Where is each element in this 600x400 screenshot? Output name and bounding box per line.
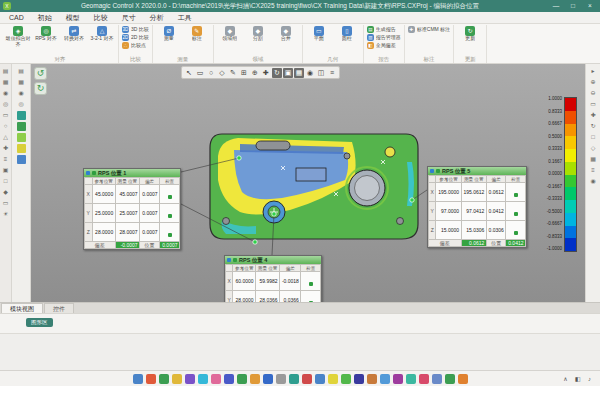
cmm-annotation-button[interactable]: ✚ 标准CMM 标注 [408,26,450,33]
update-button[interactable]: ↻ 更新 [457,26,483,42]
transform-align-button[interactable]: ⇄ 转换对齐 [61,26,87,42]
close-button[interactable]: × [583,1,597,11]
filter-icon[interactable]: ▦ [17,78,26,87]
compare-point-button[interactable]: ∴ 比较点 [122,42,146,49]
taskbar-app-icon[interactable] [445,374,455,384]
rps-align-button[interactable]: ◎ RPS 对齐 [33,26,59,42]
fit-view-icon[interactable]: ▭ [589,100,598,109]
rotate-view-icon[interactable]: ↻ [589,122,598,131]
front-view-icon[interactable]: □ [589,133,598,142]
grid-icon[interactable]: ▦ [589,155,598,164]
global-deviation-button[interactable]: ◧ 全局偏差 [367,42,396,49]
point-tool-icon[interactable]: ○ [1,122,10,131]
rps-callout-5[interactable]: RPS 位置 5 参考位置 测量 位置 偏差 检查 X [427,166,527,248]
circle-select-icon[interactable]: ○ [206,68,216,78]
settings-icon[interactable]: ◉ [589,177,598,186]
menu-analysis[interactable]: 分析 [143,12,171,23]
taskbar-app-icon[interactable] [458,374,468,384]
taskbar-app-icon[interactable] [367,374,377,384]
menu-compare[interactable]: 比较 [87,12,115,23]
shaded-view-icon[interactable]: ▣ [283,68,293,78]
taskbar-app-icon[interactable] [146,374,156,384]
menu-cad[interactable]: CAD [2,12,31,23]
cylinder-button[interactable]: ▯ 圆柱 [334,26,360,42]
taskbar-app-icon[interactable] [406,374,416,384]
select-arrow-icon[interactable]: ↖ [184,68,194,78]
list-tool-icon[interactable]: ≡ [1,155,10,164]
2d-compare-button[interactable]: 2D 2D 比较 [122,34,149,41]
menu-dimension[interactable]: 尺寸 [115,12,143,23]
light-tool-icon[interactable]: ☀ [1,210,10,219]
tree-icon[interactable]: ▤ [17,67,26,76]
legend-swatch-4[interactable] [17,144,26,153]
3d-compare-button[interactable]: 3D 3D 比较 [122,26,149,33]
minimize-button[interactable]: — [549,1,563,11]
zoom-out-icon[interactable]: ⊖ [589,89,598,98]
zoom-fit-icon[interactable]: ⊞ [239,68,249,78]
taskbar-app-icon[interactable] [302,374,312,384]
taskbar-app-icon[interactable] [354,374,364,384]
iso-view-icon[interactable]: ◇ [589,144,598,153]
taskbar-app-icon[interactable] [185,374,195,384]
split-region-button[interactable]: ◆ 分割 [245,26,271,42]
measure-button[interactable]: Ø 测量 [156,26,182,42]
taskbar-app-icon[interactable] [198,374,208,384]
part-heatmap[interactable] [204,128,424,245]
menu-initial[interactable]: 初始 [31,12,59,23]
pan-icon[interactable]: ✚ [261,68,271,78]
plane-button[interactable]: ▭ 平面 [306,26,332,42]
grid-tool-icon[interactable]: ▣ [1,166,10,175]
tray-volume-icon[interactable]: ♪ [585,375,594,384]
shade-icon[interactable]: ◎ [1,100,10,109]
section-view-icon[interactable]: ◫ [316,68,326,78]
best-fit-align-button[interactable]: ◈ 最佳拟合对齐 [5,26,31,47]
taskbar-app-icon[interactable] [224,374,234,384]
taskbar-app-icon[interactable] [159,374,169,384]
taskbar-app-icon[interactable] [263,374,273,384]
tab-module-view[interactable]: 模块视图 [1,303,43,313]
box-tool-icon[interactable]: □ [1,177,10,186]
taskbar-app-icon[interactable] [393,374,403,384]
tray-chevron-icon[interactable]: ∧ [561,375,570,384]
zoom-in-icon[interactable]: ⊕ [589,78,598,87]
merge-region-button[interactable]: ◆ 合并 [273,26,299,42]
create-report-button[interactable]: ▤ 生成报告 [367,26,396,33]
polygon-select-icon[interactable]: ◇ [217,68,227,78]
taskbar-app-icon[interactable] [315,374,325,384]
taskbar-app-icon[interactable] [250,374,260,384]
tab-controls[interactable]: 控件 [44,303,74,313]
rectangle-select-icon[interactable]: ▭ [195,68,205,78]
paint-select-icon[interactable]: ✎ [228,68,238,78]
tray-network-icon[interactable]: ◧ [573,375,582,384]
normals-view-icon[interactable]: ◉ [305,68,315,78]
taskbar-app-icon[interactable] [328,374,338,384]
model-tree-icon[interactable]: ▤ [1,67,10,76]
menu-tools[interactable]: 工具 [171,12,199,23]
annotate-button[interactable]: ✎ 标注 [184,26,210,42]
redo-view-button[interactable]: ↻ [34,82,47,95]
taskbar-app-icon[interactable] [237,374,247,384]
taskbar-app-icon[interactable] [419,374,429,384]
legend-swatch-5[interactable] [17,155,26,164]
report-manager-button[interactable]: ▥ 报告管理器 [367,34,401,41]
pan-view-icon[interactable]: ✚ [589,111,598,120]
list-icon[interactable]: ≡ [589,166,598,175]
rps-callout-4[interactable]: RPS 位置 4 参考位置 测量 位置 偏差 检查 X [224,255,322,302]
menu-model[interactable]: 模型 [59,12,87,23]
add-tool-icon[interactable]: ✚ [1,144,10,153]
display-icon[interactable]: ◉ [1,89,10,98]
rps-callout-1[interactable]: RPS 位置 1 参考位置 测量 位置 偏差 检查 X [83,168,181,250]
undo-view-button[interactable]: ↺ [34,67,47,80]
display-mode-icon[interactable]: ≡ [327,68,337,78]
diamond-tool-icon[interactable]: ◆ [1,188,10,197]
region-group-button[interactable]: ◆ 领域组 [217,26,243,42]
taskbar-app-icon[interactable] [380,374,390,384]
taskbar-app-icon[interactable] [172,374,182,384]
legend-swatch-2[interactable] [17,122,26,131]
3d-viewport[interactable]: ↺ ↻ ↖ ▭ ○ ◇ ✎ ⊞ ⊕ [31,64,585,302]
zoom-icon[interactable]: ⊕ [250,68,260,78]
rect-tool-icon[interactable]: ▭ [1,199,10,208]
wireframe-view-icon[interactable]: ▦ [294,68,304,78]
taskbar-app-icon[interactable] [432,374,442,384]
321-align-button[interactable]: △ 3-2-1 对齐 [89,26,115,42]
